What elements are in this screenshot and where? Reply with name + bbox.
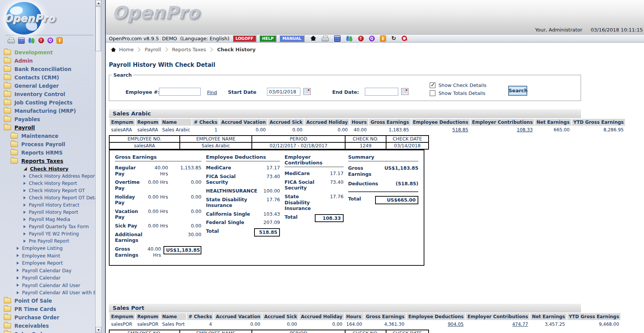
detail-row: State Disability Insurance 17.76 [206, 197, 280, 208]
sidebar-report-item[interactable]: Check History Report OT [0, 187, 95, 194]
sidebar-report-item[interactable]: Check History [0, 165, 95, 172]
detail-label: Gross Earnings [348, 165, 378, 177]
sidebar-module-item[interactable]: Admin [0, 57, 95, 65]
sidebar-submodule-item[interactable]: Reports HRMS [0, 148, 95, 157]
sidebar-report-item[interactable]: Payroll Mag Media [0, 216, 95, 223]
alert-icon[interactable] [358, 36, 364, 41]
employee-number-input[interactable] [159, 88, 201, 96]
gross-earnings-column: Gross Earnings Regular Pay 40.00 Hrs 1,1… [115, 154, 201, 260]
show-check-details-checkbox[interactable] [430, 82, 435, 88]
employee-deductions-link[interactable]: 904.05 [448, 322, 463, 327]
sidebar-module-item[interactable]: Point Of Sale [0, 297, 95, 305]
detail-row: Overtime Pay 0.00 Hrs 0.00 [115, 179, 201, 191]
sidebar-scrollbar[interactable] [95, 0, 101, 333]
item-label: Payroll Calendar [22, 275, 61, 281]
employer-contributions-link[interactable]: 108.33 [517, 127, 533, 133]
sidebar-payroll-item[interactable]: Employee Maint [0, 252, 95, 260]
info-icon[interactable] [380, 35, 386, 42]
toolbar-button[interactable]: MANUAL [279, 35, 304, 42]
sidebar-report-item[interactable]: Check History Report OT Details [0, 194, 95, 201]
show-totals-details-checkbox[interactable] [430, 90, 435, 96]
users-icon[interactable] [28, 38, 35, 43]
sidebar-module-item[interactable]: Bank Reconciliation [0, 65, 95, 73]
breadcrumb-home-icon[interactable] [111, 47, 116, 52]
sidebar-module-item[interactable]: General Ledger [0, 82, 95, 90]
folder-icon [4, 50, 11, 55]
end-date-input[interactable] [365, 88, 398, 96]
sidebar-payroll-item[interactable]: Payroll Calendar All User [0, 282, 95, 289]
cell-accrued-holiday: 0.00 [305, 126, 349, 133]
detail-row: Vacation Pay 0.00 Hrs 0.00 [115, 208, 201, 220]
breadcrumb-item[interactable]: Payroll [134, 47, 161, 52]
start-date-input[interactable] [267, 88, 300, 96]
scroll-up-button[interactable] [96, 0, 101, 6]
summary-col-header: Accrued Vacation [214, 313, 262, 320]
breadcrumb-item[interactable]: Home [119, 47, 134, 52]
quick-q-icon[interactable] [47, 38, 53, 43]
sidebar-report-item[interactable]: Pre Payroll Report [0, 237, 95, 245]
breadcrumb-item[interactable]: Check History [206, 47, 256, 52]
sidebar-payroll-item[interactable]: Payroll Calendar [0, 274, 95, 282]
search-button[interactable]: Search [508, 86, 527, 96]
scroll-down-button[interactable] [96, 327, 101, 333]
tree-arrow-icon [24, 189, 26, 192]
quick-q-icon[interactable] [369, 36, 375, 41]
print-icon[interactable] [8, 38, 15, 43]
end-date-calendar-icon[interactable] [401, 88, 408, 95]
summary-col-header: # Checks [187, 313, 214, 320]
employer-contributions-link[interactable]: 474.77 [512, 322, 528, 327]
sidebar-module-item[interactable]: Inventory Control [0, 90, 95, 98]
refresh-icon[interactable] [391, 36, 396, 41]
sidebar-submodule-reports-taxes[interactable]: Reports Taxes [0, 157, 95, 165]
summary-col-header: Employee Deductions [407, 313, 465, 320]
users-icon[interactable] [346, 36, 353, 41]
detail-row: Gross Earnings US$1,183.85 [348, 165, 418, 177]
sidebar-payroll-item[interactable]: Payroll Calendar All User with Edit Even… [0, 289, 95, 297]
sidebar-module-item[interactable]: Contacts (CRM) [0, 73, 95, 82]
calculator-icon[interactable] [18, 37, 25, 44]
find-link[interactable]: Find [207, 90, 217, 95]
sidebar-submodule-item[interactable]: Process Payroll [0, 140, 95, 148]
search-icon[interactable] [401, 35, 407, 41]
cell-employee-deductions: 904.05 [407, 321, 465, 328]
sidebar-submodule-item[interactable]: Maintenance [0, 132, 95, 140]
sidebar-report-item[interactable]: Payroll History Extract [0, 201, 95, 208]
info-icon[interactable] [57, 37, 63, 44]
sidebar-module-item[interactable]: Manufacturing (MRP) [0, 107, 95, 115]
summary-column: Summary Gross Earnings US$1,183.85 Deduc… [348, 154, 418, 260]
sidebar-module-item[interactable]: PR Time Cards [0, 305, 95, 313]
item-label: Payroll Calendar All User [22, 282, 80, 288]
sidebar-report-item[interactable]: Check History Address Report [0, 172, 95, 180]
toolbar-button[interactable]: LOGOFF [232, 35, 256, 42]
sidebar-report-item[interactable]: Payroll Quarterly Tax Form [0, 223, 95, 230]
sidebar-module-item[interactable]: Sales Order [0, 330, 95, 333]
folder-icon [4, 100, 11, 105]
tree-arrow-icon [24, 175, 26, 178]
sidebar-module-item[interactable]: Development [0, 48, 95, 57]
tree-arrow-icon [17, 291, 19, 294]
sidebar-payroll-item[interactable]: Employee Listing [0, 245, 95, 252]
sidebar-report-item[interactable]: Payroll YE W2 Printing [0, 230, 95, 237]
sidebar-module-item[interactable]: Payables [0, 115, 95, 123]
calculator-icon[interactable] [334, 35, 341, 42]
sidebar-payroll-item[interactable]: Payroll Calendar Day [0, 267, 95, 275]
detail-value: 103.43 [259, 211, 280, 217]
summary-col-header: # Checks [192, 119, 219, 126]
sidebar-module-item[interactable]: Job Costing Projects [0, 98, 95, 107]
sidebar-payroll-item[interactable]: Employee Report [0, 259, 95, 267]
alert-icon[interactable] [38, 38, 44, 43]
start-date-label: Start Date [228, 89, 256, 95]
sidebar-module-payroll[interactable]: Payroll [0, 123, 95, 132]
employee-deductions-link[interactable]: 518.85 [452, 127, 468, 133]
sidebar-module-item[interactable]: Purchase Order [0, 313, 95, 322]
scrollbar-thumb[interactable] [96, 6, 101, 51]
home-icon[interactable] [310, 36, 316, 41]
sidebar-module-item[interactable]: Receivables [0, 322, 95, 330]
toolbar-button[interactable]: HELP [259, 35, 276, 42]
sidebar-report-item[interactable]: Payroll History Report [0, 208, 95, 216]
print-icon[interactable] [322, 36, 329, 41]
cell-hours: 164.00 [345, 321, 364, 328]
breadcrumb-item[interactable]: Reports Taxes [161, 47, 206, 52]
sidebar-report-item[interactable]: Check History Report [0, 180, 95, 187]
start-date-calendar-icon[interactable] [303, 88, 311, 95]
